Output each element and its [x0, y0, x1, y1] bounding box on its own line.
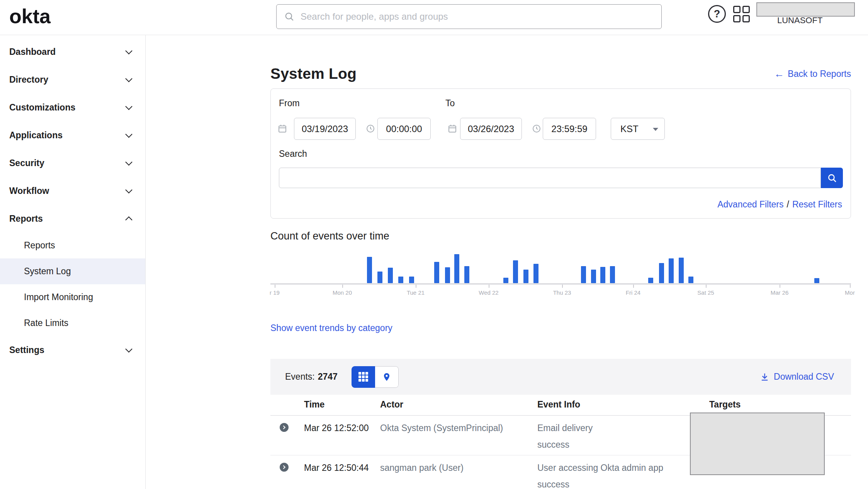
sidebar-item-settings[interactable]: Settings	[0, 336, 145, 364]
events-toolbar: Events: 2747 Download CSV	[270, 359, 851, 395]
to-date-input[interactable]	[460, 118, 522, 140]
expand-row-button[interactable]	[280, 423, 289, 432]
page-title: System Log	[270, 65, 357, 82]
org-name: LUNASOFT	[777, 15, 822, 25]
help-icon[interactable]: ?	[708, 5, 726, 23]
axis-tick-label: Mar 26	[771, 289, 789, 296]
axis-tick-mark	[780, 285, 780, 288]
sidebar-item-label: Directory	[9, 75, 48, 85]
map-view-button[interactable]	[375, 366, 399, 388]
to-time-input[interactable]	[543, 118, 596, 140]
search-icon	[284, 12, 294, 22]
clock-icon	[366, 124, 375, 133]
axis-tick-mark	[706, 285, 707, 288]
filter-panel: From To KST Search	[270, 88, 851, 219]
sidebar-item-directory[interactable]: Directory	[0, 66, 145, 93]
from-date-input[interactable]	[294, 118, 356, 140]
log-search-button[interactable]	[821, 168, 843, 188]
sidebar-item-reports[interactable]: Reports	[0, 205, 145, 233]
sidebar-subitem-import-monitoring[interactable]: Import Monitoring	[0, 284, 145, 310]
table-view-button[interactable]	[352, 366, 375, 388]
sidebar-subitem-label: Rate Limits	[24, 318, 68, 328]
chart-bar	[388, 268, 393, 283]
chevron-down-icon	[125, 103, 132, 110]
axis-tick-mark	[633, 285, 634, 288]
axis-tick-mark	[562, 285, 563, 288]
chevron-down-icon	[125, 75, 132, 82]
axis-tick-label: Tue 21	[407, 289, 425, 296]
show-event-trends-link[interactable]: Show event trends by category	[270, 323, 392, 333]
chart-bar	[523, 270, 528, 283]
sidebar-item-workflow[interactable]: Workflow	[0, 177, 145, 205]
apps-grid-icon[interactable]	[733, 6, 751, 24]
sidebar-item-label: Security	[9, 158, 44, 168]
axis-tick-label: Thu 23	[553, 289, 571, 296]
axis-tick-mark	[275, 285, 275, 288]
chart-bar	[503, 278, 508, 283]
chart-x-ticks: r 19Mon 20Tue 21Wed 22Thu 23Fri 24Sat 25…	[270, 285, 851, 298]
chart-bar	[659, 263, 664, 283]
cell-actor: sangman park (User)	[380, 463, 464, 473]
caret-down-icon	[653, 128, 658, 131]
sidebar: Dashboard Directory Customizations Appli…	[0, 35, 146, 489]
back-to-reports-link[interactable]: ← Back to Reports	[774, 69, 851, 79]
download-csv-link[interactable]: Download CSV	[760, 372, 834, 382]
chevron-down-icon	[125, 131, 132, 138]
filters-separator: /	[787, 199, 789, 210]
chart-bar	[434, 262, 439, 283]
chevron-down-icon	[125, 47, 132, 54]
from-time-input[interactable]	[377, 118, 431, 140]
axis-tick-label: r 19	[270, 289, 280, 296]
chevron-right-icon	[282, 426, 285, 430]
sidebar-subitem-reports[interactable]: Reports	[0, 233, 145, 258]
column-header-event-info: Event Info	[537, 399, 580, 410]
chart-bar	[610, 266, 615, 283]
sidebar-subitem-system-log[interactable]: System Log	[0, 258, 145, 284]
sidebar-item-label: Workflow	[9, 186, 49, 196]
top-header: okta ? LUNASOFT	[0, 0, 868, 35]
chevron-up-icon	[125, 216, 132, 223]
sidebar-item-label: Applications	[9, 130, 63, 141]
sidebar-item-security[interactable]: Security	[0, 149, 145, 177]
timezone-select[interactable]: KST	[611, 118, 665, 140]
advanced-filters-link[interactable]: Advanced Filters	[717, 199, 783, 210]
sidebar-subitem-label: Import Monitoring	[24, 292, 93, 302]
global-search	[276, 4, 662, 29]
log-search-input[interactable]	[279, 168, 821, 188]
cell-event-info: Email delivery	[537, 423, 593, 433]
location-pin-icon	[382, 372, 391, 382]
axis-tick-mark	[416, 285, 416, 288]
chart-bar	[454, 254, 459, 283]
left-arrow-icon: ←	[774, 69, 784, 79]
chart-bar	[398, 277, 403, 283]
axis-tick-label: Mor	[845, 289, 855, 296]
cell-result: success	[537, 440, 569, 450]
sidebar-item-label: Customizations	[9, 102, 75, 113]
search-label: Search	[279, 149, 307, 159]
chart-bar	[464, 266, 469, 283]
cell-result: success	[537, 479, 569, 489]
main-content: System Log ← Back to Reports From To KST	[270, 35, 851, 489]
chart-bar	[688, 277, 693, 283]
chart-bar	[533, 264, 538, 283]
sidebar-subitem-rate-limits[interactable]: Rate Limits	[0, 310, 145, 336]
cell-event-info: User accessing Okta admin app	[537, 463, 663, 473]
chart-bar	[648, 278, 653, 283]
download-icon	[760, 372, 769, 381]
sidebar-item-applications[interactable]: Applications	[0, 121, 145, 149]
global-search-input[interactable]	[301, 11, 654, 22]
sidebar-subitem-label: System Log	[24, 266, 71, 277]
axis-tick-label: Sat 25	[697, 289, 714, 296]
sidebar-item-customizations[interactable]: Customizations	[0, 93, 145, 121]
axis-tick-mark	[850, 285, 851, 288]
sidebar-item-label: Settings	[9, 345, 44, 355]
chart-bar	[367, 257, 372, 283]
chevron-right-icon	[282, 465, 285, 469]
okta-logo[interactable]: okta	[9, 5, 51, 28]
chart-bar	[669, 258, 674, 283]
chart-bar	[445, 267, 450, 283]
reset-filters-link[interactable]: Reset Filters	[792, 199, 842, 210]
chevron-down-icon	[125, 345, 132, 352]
sidebar-item-dashboard[interactable]: Dashboard	[0, 38, 145, 66]
expand-row-button[interactable]	[280, 463, 289, 472]
